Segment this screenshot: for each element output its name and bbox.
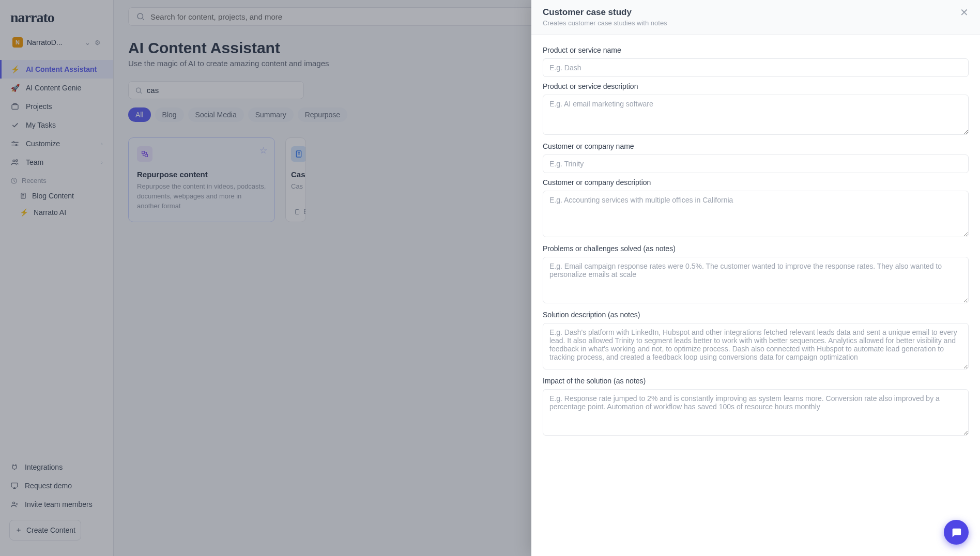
modal-body: Product or service name Product or servi… (531, 35, 980, 556)
label-product-name: Product or service name (543, 46, 969, 54)
textarea-solution[interactable] (543, 323, 969, 369)
modal-subtitle: Creates customer case studies with notes (543, 19, 667, 27)
label-customer-desc: Customer or company description (543, 178, 969, 187)
label-product-desc: Product or service description (543, 82, 969, 90)
label-impact: Impact of the solution (as notes) (543, 377, 969, 385)
label-problems: Problems or challenges solved (as notes) (543, 244, 969, 253)
input-customer-name[interactable] (543, 155, 969, 173)
modal-panel: Customer case study Creates customer cas… (531, 0, 980, 556)
modal-header: Customer case study Creates customer cas… (531, 0, 980, 35)
textarea-problems[interactable] (543, 257, 969, 303)
label-customer-name: Customer or company name (543, 142, 969, 150)
modal-title: Customer case study (543, 7, 667, 18)
chat-widget-button[interactable] (944, 520, 969, 545)
textarea-customer-desc[interactable] (543, 191, 969, 237)
textarea-impact[interactable] (543, 389, 969, 436)
label-solution: Solution description (as notes) (543, 311, 969, 319)
input-product-name[interactable] (543, 58, 969, 77)
textarea-product-desc[interactable] (543, 95, 969, 135)
chat-icon (951, 527, 962, 538)
close-icon[interactable]: ✕ (960, 7, 969, 18)
